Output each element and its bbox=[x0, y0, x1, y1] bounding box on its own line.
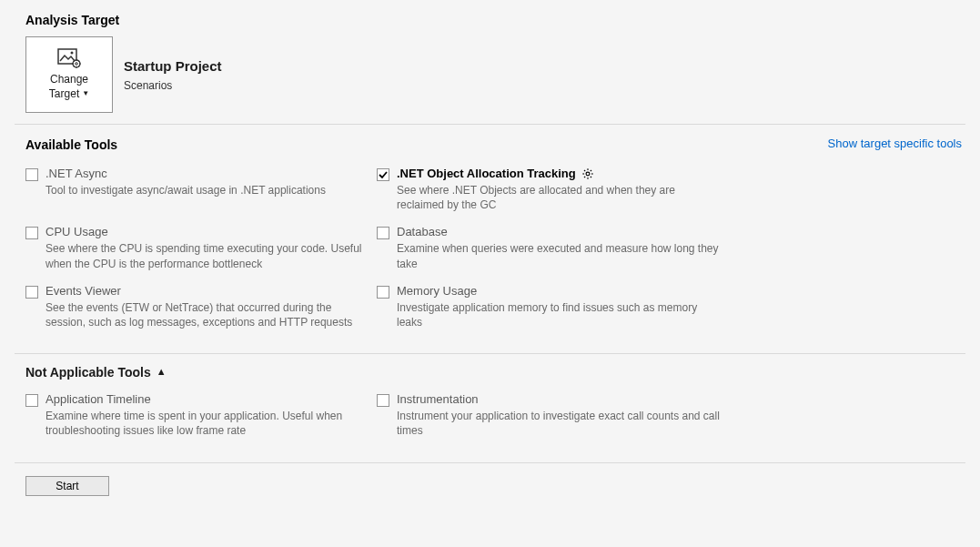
tool-label-row: .NET Object Allocation Tracking bbox=[397, 167, 722, 180]
tool-label[interactable]: .NET Async bbox=[45, 167, 107, 180]
tool-body: Application TimelineExamine where time i… bbox=[45, 392, 371, 438]
gear-icon[interactable] bbox=[581, 167, 594, 180]
svg-line-20 bbox=[584, 176, 585, 177]
tool-body: Events ViewerSee the events (ETW or NetT… bbox=[45, 284, 371, 329]
tool-label[interactable]: Database bbox=[397, 225, 448, 238]
svg-line-10 bbox=[78, 61, 79, 62]
image-gear-icon bbox=[57, 48, 81, 68]
tool-checkbox[interactable] bbox=[25, 394, 38, 407]
tool-body: .NET AsyncTool to investigate async/awai… bbox=[45, 167, 371, 198]
tool-label-row: Application Timeline bbox=[45, 392, 371, 406]
tool-checkbox[interactable] bbox=[377, 168, 389, 181]
tool-label-row: Events Viewer bbox=[45, 284, 371, 298]
analysis-target-row: Change Target ▼ Startup Project Scenario… bbox=[0, 36, 980, 124]
tool-item: Memory UsageInvestigate application memo… bbox=[377, 280, 722, 339]
tool-item: Application TimelineExamine where time i… bbox=[25, 389, 371, 447]
tool-description: Examine when queries were executed and m… bbox=[397, 241, 722, 270]
tool-checkbox[interactable] bbox=[25, 286, 38, 299]
tool-description: Tool to investigate async/await usage in… bbox=[45, 183, 371, 198]
svg-point-12 bbox=[586, 172, 590, 176]
change-target-label-1: Change bbox=[50, 72, 88, 86]
tool-label[interactable]: CPU Usage bbox=[45, 225, 108, 238]
change-target-label-2: Target bbox=[49, 86, 79, 101]
tool-description: See where the CPU is spending time execu… bbox=[45, 241, 371, 270]
show-target-specific-link[interactable]: Show target specific tools bbox=[828, 137, 962, 150]
svg-line-18 bbox=[591, 176, 591, 177]
target-title: Startup Project bbox=[124, 58, 222, 74]
start-button[interactable]: Start bbox=[25, 476, 109, 496]
chevron-down-icon: ▼ bbox=[82, 89, 89, 99]
tool-description: Instrument your application to investiga… bbox=[397, 409, 722, 438]
target-info: Startup Project Scenarios bbox=[124, 58, 222, 92]
svg-line-19 bbox=[591, 169, 591, 170]
tool-body: CPU UsageSee where the CPU is spending t… bbox=[45, 225, 371, 270]
not-applicable-label: Not Applicable Tools bbox=[25, 365, 151, 380]
svg-line-17 bbox=[584, 169, 585, 170]
available-tools-grid: .NET AsyncTool to investigate async/awai… bbox=[0, 161, 980, 353]
analysis-target-header: Analysis Target bbox=[0, 0, 980, 36]
tool-body: Memory UsageInvestigate application memo… bbox=[397, 284, 722, 329]
tool-item: Events ViewerSee the events (ETW or NetT… bbox=[25, 280, 371, 339]
tool-description: See the events (ETW or NetTrace) that oc… bbox=[45, 300, 371, 329]
tool-label[interactable]: .NET Object Allocation Tracking bbox=[397, 167, 576, 180]
tool-item: .NET AsyncTool to investigate async/awai… bbox=[25, 163, 371, 221]
tool-item: CPU UsageSee where the CPU is spending t… bbox=[25, 221, 371, 279]
change-target-button[interactable]: Change Target ▼ bbox=[25, 36, 113, 113]
svg-line-11 bbox=[74, 66, 75, 66]
svg-line-8 bbox=[74, 61, 75, 62]
tool-item: .NET Object Allocation TrackingSee where… bbox=[377, 163, 722, 221]
tool-body: InstrumentationInstrument your applicati… bbox=[397, 392, 722, 438]
tool-body: .NET Object Allocation TrackingSee where… bbox=[397, 167, 722, 212]
svg-line-9 bbox=[78, 66, 79, 66]
tool-label-row: CPU Usage bbox=[45, 225, 371, 238]
tool-item: InstrumentationInstrument your applicati… bbox=[377, 389, 722, 447]
tool-description: See where .NET Objects are allocated and… bbox=[397, 183, 722, 212]
tool-label-row: Instrumentation bbox=[397, 392, 722, 406]
chevron-up-icon: ▲ bbox=[157, 366, 167, 377]
tool-label-row: Memory Usage bbox=[397, 284, 722, 298]
tool-label-row: .NET Async bbox=[45, 167, 371, 180]
tool-label[interactable]: Instrumentation bbox=[397, 392, 479, 406]
tool-label[interactable]: Memory Usage bbox=[397, 284, 477, 298]
tool-description: Examine where time is spent in your appl… bbox=[45, 409, 371, 438]
tool-label-row: Database bbox=[397, 225, 722, 238]
tool-label[interactable]: Application Timeline bbox=[45, 392, 151, 406]
tool-checkbox[interactable] bbox=[25, 227, 38, 239]
tool-label[interactable]: Events Viewer bbox=[45, 284, 121, 298]
tool-checkbox[interactable] bbox=[25, 168, 38, 181]
tool-checkbox[interactable] bbox=[377, 227, 389, 239]
tool-checkbox[interactable] bbox=[377, 286, 389, 299]
tool-description: Investigate application memory to find i… bbox=[397, 300, 722, 329]
tool-checkbox[interactable] bbox=[377, 394, 389, 407]
not-applicable-header[interactable]: Not Applicable Tools ▲ bbox=[0, 354, 980, 387]
target-subtitle: Scenarios bbox=[124, 79, 222, 92]
tool-body: DatabaseExamine when queries were execut… bbox=[397, 225, 722, 270]
tool-item: DatabaseExamine when queries were execut… bbox=[377, 221, 722, 279]
available-tools-header: Available Tools bbox=[0, 125, 117, 161]
not-applicable-grid: Application TimelineExamine where time i… bbox=[0, 387, 980, 461]
svg-point-1 bbox=[71, 51, 74, 54]
